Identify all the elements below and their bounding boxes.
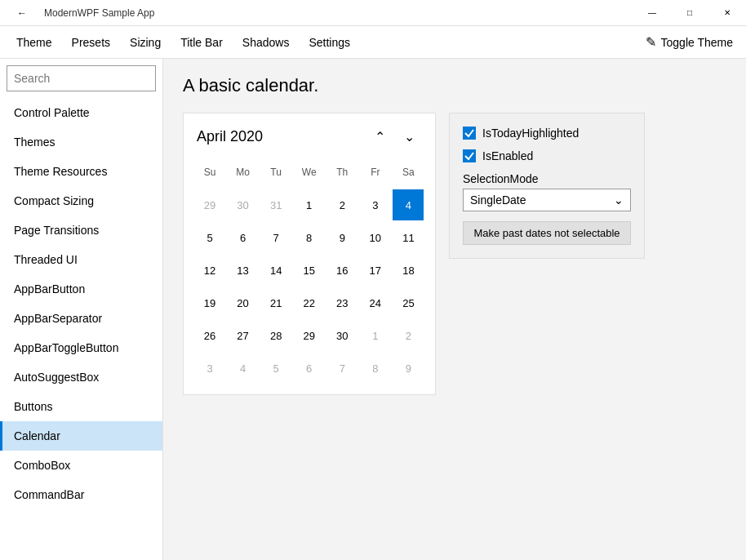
- calendar-day-2-5[interactable]: 17: [360, 255, 391, 286]
- toggle-theme-button[interactable]: ✎ Toggle Theme: [639, 31, 739, 53]
- close-button[interactable]: ✕: [708, 0, 746, 26]
- sidebar-item-combobox[interactable]: ComboBox: [0, 451, 162, 480]
- calendar-day-3-5[interactable]: 24: [360, 287, 391, 318]
- calendar-weekday-we: We: [294, 157, 325, 188]
- calendar-day-1-5[interactable]: 10: [360, 222, 391, 253]
- app-title: ModernWPF Sample App: [44, 7, 633, 19]
- calendar-day-0-0[interactable]: 29: [194, 189, 225, 220]
- calendar-day-0-2[interactable]: 31: [260, 189, 291, 220]
- calendar-day-4-3[interactable]: 29: [294, 320, 325, 351]
- sidebar-item-control-palette[interactable]: Control Palette: [0, 98, 162, 127]
- toggle-theme-label: Toggle Theme: [661, 36, 733, 49]
- search-box: 🔍: [7, 65, 156, 91]
- menu-item-shadows[interactable]: Shadows: [233, 26, 300, 59]
- calendar-weekday-tu: Tu: [260, 157, 291, 188]
- sidebar-item-compact-sizing[interactable]: Compact Sizing: [0, 186, 162, 216]
- demo-area: April 2020 ⌃ ⌄ SuMoTuWeThFrSa29303112345…: [183, 113, 726, 395]
- calendar-day-0-5[interactable]: 3: [360, 189, 391, 220]
- search-input[interactable]: [7, 68, 163, 89]
- sidebar-item-appbarseparator[interactable]: AppBarSeparator: [0, 304, 162, 333]
- calendar-nav: ⌃ ⌄: [366, 123, 422, 149]
- calendar-day-0-3[interactable]: 1: [294, 189, 325, 220]
- calendar-header: April 2020 ⌃ ⌄: [193, 123, 425, 149]
- calendar-grid: SuMoTuWeThFrSa29303112345678910111213141…: [193, 156, 425, 384]
- menu-item-titlebar[interactable]: Title Bar: [171, 26, 233, 59]
- calendar-day-5-5[interactable]: 8: [360, 353, 391, 384]
- calendar-day-0-1[interactable]: 30: [228, 189, 259, 220]
- sidebar-item-threaded-ui[interactable]: Threaded UI: [0, 245, 162, 274]
- calendar-day-4-5[interactable]: 1: [360, 320, 391, 351]
- content-area: A basic calendar. April 2020 ⌃ ⌄ SuMoTuW…: [163, 59, 746, 560]
- calendar-day-5-6[interactable]: 9: [393, 353, 424, 384]
- sidebar-item-commandbar[interactable]: CommandBar: [0, 480, 162, 509]
- calendar-day-3-6[interactable]: 25: [393, 287, 424, 318]
- menu-item-settings[interactable]: Settings: [299, 26, 360, 59]
- calendar-weekday-su: Su: [194, 157, 225, 188]
- calendar-day-2-2[interactable]: 14: [260, 255, 291, 286]
- back-button[interactable]: ←: [3, 0, 41, 26]
- sidebar-item-themes[interactable]: Themes: [0, 127, 162, 157]
- calendar-day-0-6[interactable]: 4: [393, 189, 424, 220]
- calendar: April 2020 ⌃ ⌄ SuMoTuWeThFrSa29303112345…: [183, 113, 436, 395]
- minimize-button[interactable]: —: [633, 0, 671, 26]
- calendar-day-4-2[interactable]: 28: [260, 320, 291, 351]
- calendar-day-1-2[interactable]: 7: [260, 222, 291, 253]
- calendar-next-button[interactable]: ⌄: [396, 123, 422, 149]
- is-today-highlighted-label: IsTodayHighlighted: [482, 127, 579, 140]
- calendar-day-1-4[interactable]: 9: [326, 222, 357, 253]
- selection-mode-dropdown[interactable]: SingleDate ⌄: [463, 189, 631, 211]
- maximize-button[interactable]: □: [671, 0, 708, 26]
- menu-item-presets[interactable]: Presets: [62, 26, 120, 59]
- menu-bar: Theme Presets Sizing Title Bar Shadows S…: [0, 26, 746, 59]
- is-enabled-label: IsEnabled: [482, 149, 533, 162]
- calendar-day-4-6[interactable]: 2: [393, 320, 424, 351]
- sidebar-item-appbarbutton[interactable]: AppBarButton: [0, 274, 162, 304]
- sidebar-item-autosuggestbox[interactable]: AutoSuggestBox: [0, 362, 162, 392]
- menu-item-theme[interactable]: Theme: [7, 26, 62, 59]
- is-today-highlighted-checkbox[interactable]: [463, 127, 476, 140]
- calendar-day-2-1[interactable]: 13: [228, 255, 259, 286]
- window-controls: — □ ✕: [633, 0, 746, 26]
- calendar-day-2-6[interactable]: 18: [393, 255, 424, 286]
- calendar-weekday-th: Th: [326, 157, 357, 188]
- is-enabled-row[interactable]: IsEnabled: [463, 149, 631, 162]
- make-past-dates-button[interactable]: Make past dates not selectable: [463, 221, 631, 245]
- sidebar-item-theme-resources[interactable]: Theme Resources: [0, 157, 162, 186]
- calendar-prev-button[interactable]: ⌃: [366, 123, 393, 149]
- sidebar-item-appbartogglebutton[interactable]: AppBarToggleButton: [0, 333, 162, 362]
- calendar-day-1-3[interactable]: 8: [294, 222, 325, 253]
- sidebar-item-calendar[interactable]: Calendar: [0, 421, 162, 451]
- calendar-day-4-0[interactable]: 26: [194, 320, 225, 351]
- calendar-day-5-2[interactable]: 5: [260, 353, 291, 384]
- calendar-day-4-1[interactable]: 27: [228, 320, 259, 351]
- calendar-day-5-3[interactable]: 6: [294, 353, 325, 384]
- selection-mode-value: SingleDate: [470, 193, 526, 207]
- calendar-day-1-6[interactable]: 11: [393, 222, 424, 253]
- calendar-day-2-3[interactable]: 15: [294, 255, 325, 286]
- main-layout: 🔍 Control PaletteThemesTheme ResourcesCo…: [0, 59, 746, 560]
- title-bar: ← ModernWPF Sample App — □ ✕: [0, 0, 746, 26]
- sidebar: 🔍 Control PaletteThemesTheme ResourcesCo…: [0, 59, 163, 560]
- sidebar-item-page-transitions[interactable]: Page Transitions: [0, 216, 162, 245]
- calendar-day-5-0[interactable]: 3: [194, 353, 225, 384]
- calendar-day-3-2[interactable]: 21: [260, 287, 291, 318]
- calendar-day-3-4[interactable]: 23: [326, 287, 357, 318]
- page-title: A basic calendar.: [183, 75, 726, 96]
- menu-item-sizing[interactable]: Sizing: [120, 26, 171, 59]
- calendar-day-5-1[interactable]: 4: [228, 353, 259, 384]
- calendar-day-3-1[interactable]: 20: [228, 287, 259, 318]
- calendar-day-2-4[interactable]: 16: [326, 255, 357, 286]
- calendar-day-4-4[interactable]: 30: [326, 320, 357, 351]
- calendar-month-year[interactable]: April 2020: [197, 128, 263, 145]
- calendar-day-0-4[interactable]: 2: [326, 189, 357, 220]
- toggle-theme-icon: ✎: [646, 34, 656, 50]
- sidebar-item-buttons[interactable]: Buttons: [0, 392, 162, 421]
- calendar-day-5-4[interactable]: 7: [326, 353, 357, 384]
- is-enabled-checkbox[interactable]: [463, 149, 476, 162]
- calendar-day-3-0[interactable]: 19: [194, 287, 225, 318]
- is-today-highlighted-row[interactable]: IsTodayHighlighted: [463, 127, 631, 140]
- calendar-day-1-1[interactable]: 6: [228, 222, 259, 253]
- calendar-day-1-0[interactable]: 5: [194, 222, 225, 253]
- calendar-day-3-3[interactable]: 22: [294, 287, 325, 318]
- calendar-day-2-0[interactable]: 12: [194, 255, 225, 286]
